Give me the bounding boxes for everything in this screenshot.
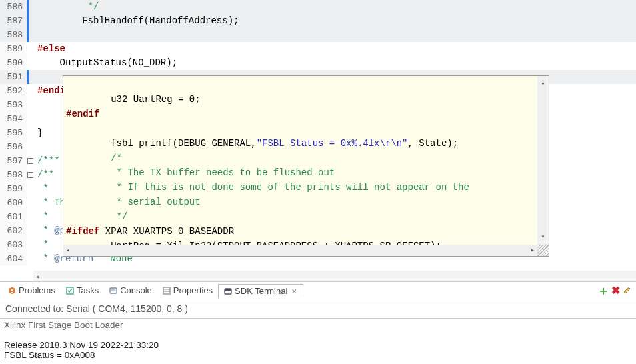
line-number: 597 xyxy=(0,154,27,168)
svg-rect-5 xyxy=(111,289,116,291)
gutter-strip xyxy=(27,126,33,140)
gutter-strip xyxy=(27,196,33,210)
line-number: 591 xyxy=(0,70,27,84)
line-number: 589 xyxy=(0,42,27,56)
tooltip-horizontal-scrollbar[interactable]: ◂ ▸ xyxy=(63,245,549,256)
tab-properties[interactable]: Properties xyxy=(157,284,218,297)
line-number: 590 xyxy=(0,56,27,70)
line-number: 592 xyxy=(0,84,27,98)
line-number: 603 xyxy=(0,238,27,252)
line-number: 595 xyxy=(0,126,27,140)
tab-sdk-terminal[interactable]: SDK Terminal × xyxy=(218,284,303,299)
line-number: 600 xyxy=(0,196,27,210)
scroll-left-icon[interactable]: ◂ xyxy=(33,273,39,280)
code-text[interactable]: */ xyxy=(33,0,636,14)
tooltip-line: #ifdef XPAR_XUARTPS_0_BASEADDR xyxy=(66,226,234,237)
terminal-line: FSBL Status = 0xA008 xyxy=(4,350,95,360)
tasks-icon xyxy=(66,287,74,295)
gutter-strip xyxy=(27,252,33,266)
line-number: 587 xyxy=(0,14,27,28)
tab-label: Properties xyxy=(173,285,213,295)
line-number: 593 xyxy=(0,98,27,112)
change-marker-icon[interactable] xyxy=(27,0,33,14)
code-text[interactable] xyxy=(33,28,636,42)
scroll-left-icon[interactable]: ◂ xyxy=(63,243,70,258)
scroll-up-icon[interactable]: ▴ xyxy=(541,76,545,91)
add-connection-icon[interactable]: ＋ xyxy=(597,283,609,299)
scroll-down-icon[interactable]: ▾ xyxy=(541,230,545,245)
gutter-strip xyxy=(27,182,33,196)
fold-marker-icon[interactable] xyxy=(27,168,33,182)
tab-label: SDK Terminal xyxy=(235,286,287,296)
tooltip-line: u32 UartReg = 0; xyxy=(66,94,201,105)
tab-label: Console xyxy=(120,285,152,295)
gutter-strip xyxy=(27,238,33,252)
properties-icon xyxy=(163,287,171,295)
resize-handle-icon[interactable] xyxy=(537,245,549,256)
tab-console[interactable]: Console xyxy=(104,284,157,297)
line-number: 601 xyxy=(0,210,27,224)
gutter-strip xyxy=(27,84,33,98)
line-number: 594 xyxy=(0,112,27,126)
tab-tasks[interactable]: Tasks xyxy=(61,284,104,297)
change-marker-icon[interactable] xyxy=(27,70,33,84)
svg-rect-2 xyxy=(11,292,13,293)
tooltip-content: u32 UartReg = 0; #endif fsbl_printf(DEBU… xyxy=(63,76,549,256)
gutter-strip xyxy=(27,140,33,154)
gutter-strip xyxy=(27,42,33,56)
editor-horizontal-scrollbar[interactable]: ◂ xyxy=(33,271,636,281)
svg-rect-6 xyxy=(163,287,170,294)
line-number: 598 xyxy=(0,168,27,182)
code-line[interactable]: 587 FsblHandoff(HandoffAddress); xyxy=(0,14,636,28)
code-line[interactable]: 588 xyxy=(0,28,636,42)
gutter-strip xyxy=(27,224,33,238)
code-line[interactable]: 586 */ xyxy=(0,0,636,14)
close-tab-icon[interactable]: × xyxy=(291,286,297,297)
line-number: 602 xyxy=(0,224,27,238)
svg-rect-10 xyxy=(225,289,231,291)
code-text[interactable]: OutputStatus(NO_DDR); xyxy=(33,56,636,70)
line-number: 599 xyxy=(0,182,27,196)
scroll-right-icon[interactable]: ▸ xyxy=(531,243,537,258)
fold-marker-icon[interactable] xyxy=(27,154,33,168)
code-line[interactable]: 590 OutputStatus(NO_DDR); xyxy=(0,56,636,70)
tab-label: Problems xyxy=(19,285,55,295)
tooltip-line: #endif xyxy=(66,109,99,119)
change-marker-icon[interactable] xyxy=(27,14,33,28)
code-editor[interactable]: 586 */587 FsblHandoff(HandoffAddress);58… xyxy=(0,0,636,281)
gutter-strip xyxy=(27,112,33,126)
tooltip-vertical-scrollbar[interactable]: ▴ ▾ xyxy=(537,76,549,245)
clear-icon[interactable] xyxy=(621,285,633,296)
gutter-strip xyxy=(27,210,33,224)
svg-rect-1 xyxy=(11,289,13,291)
gutter-strip xyxy=(27,56,33,70)
line-number: 586 xyxy=(0,0,27,14)
tab-label: Tasks xyxy=(77,285,99,295)
line-number: 596 xyxy=(0,140,27,154)
remove-connection-icon[interactable]: ✖ xyxy=(609,284,621,297)
problems-icon xyxy=(8,287,16,295)
tooltip-line: * serial output xyxy=(66,197,201,207)
code-text[interactable]: FsblHandoff(HandoffAddress); xyxy=(33,14,636,28)
tooltip-line: /* xyxy=(66,153,122,163)
terminal-icon xyxy=(224,287,232,295)
tooltip-line: * If this is not done some of the prints… xyxy=(66,182,469,193)
terminal-line: Xilinx First Stage Boot Loader xyxy=(4,320,123,330)
line-number: 588 xyxy=(0,28,27,42)
tab-problems[interactable]: Problems xyxy=(3,284,61,297)
code-line[interactable]: 589#else xyxy=(0,42,636,56)
connection-status: Connected to: Serial ( COM4, 115200, 0, … xyxy=(0,299,636,319)
terminal-line: Release 2018.3 Nov 19 2022-21:33:20 xyxy=(4,340,159,350)
bottom-panel: Problems Tasks Console Properties SDK Te… xyxy=(0,281,636,364)
view-tabbar: Problems Tasks Console Properties SDK Te… xyxy=(0,282,636,299)
line-number: 604 xyxy=(0,252,27,266)
code-text[interactable]: #else xyxy=(33,42,636,56)
tooltip-line: fsbl_printf(DEBUG_GENERAL,"FSBL Status =… xyxy=(66,138,458,149)
console-icon xyxy=(109,287,117,295)
tooltip-line: */ xyxy=(66,211,127,222)
tooltip-line: * The TX buffer needs to be flushed out xyxy=(66,167,335,178)
terminal-output[interactable]: Xilinx First Stage Boot Loader Release 2… xyxy=(0,318,636,364)
gutter-strip xyxy=(27,98,33,112)
hover-tooltip: u32 UartReg = 0; #endif fsbl_printf(DEBU… xyxy=(63,75,549,257)
change-marker-icon[interactable] xyxy=(27,28,33,42)
